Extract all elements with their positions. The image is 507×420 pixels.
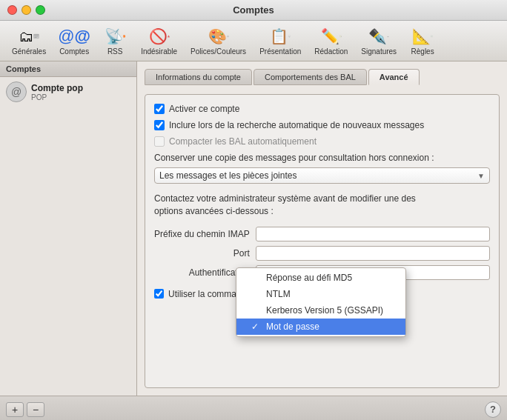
svg-rect-2 <box>35 36 39 37</box>
copy-select-value: Les messages et les pièces jointes <box>159 170 296 181</box>
window-buttons <box>7 5 45 15</box>
dropdown-item-md5[interactable]: Réponse au défi MD5 <box>236 270 405 286</box>
toolbar-item-indesirable[interactable]: !Indésirable <box>135 24 183 58</box>
toolbar-item-rss[interactable]: RSS <box>96 24 133 58</box>
dropdown-label-ntlm: NTLM <box>266 289 291 299</box>
select-arrow-icon: ▼ <box>477 172 485 180</box>
dropdown-item-kerberos[interactable]: Kerberos Version 5 (GSSAPI) <box>236 302 405 319</box>
sidebar-header: Comptes <box>0 61 136 77</box>
toolbar-item-regles[interactable]: Règles <box>404 24 441 58</box>
minimize-button[interactable] <box>21 5 31 15</box>
generales-icon <box>19 26 39 47</box>
tab-bar: Informations du compte Comportements des… <box>145 69 500 85</box>
toolbar-label-presentation: Présentation <box>259 47 301 56</box>
sidebar: Comptes @ Compte pop POP <box>0 61 137 396</box>
toolbar-item-redaction[interactable]: Rédaction <box>308 24 354 58</box>
bottom-buttons: + − <box>6 402 44 417</box>
check-motdepasse: ✓ <box>251 321 262 332</box>
signatures-icon <box>368 26 389 47</box>
tab-avance[interactable]: Avancé <box>368 69 420 85</box>
main-layout: Comptes @ Compte pop POP Informations du… <box>0 61 507 396</box>
label-prefixe: Préfixe du chemin IMAP <box>154 229 250 239</box>
svg-rect-16 <box>339 36 341 37</box>
close-button[interactable] <box>7 5 17 15</box>
toolbar-label-signatures: Signatures <box>361 47 397 56</box>
form-grid: Préfixe du chemin IMAP Port Authentifica… <box>154 227 490 280</box>
dropdown-label-kerberos: Kerberos Version 5 (GSSAPI) <box>266 305 383 316</box>
title-bar: Comptes <box>0 0 507 21</box>
account-name: Compte pop <box>31 83 83 93</box>
toolbar-label-indesirable: Indésirable <box>141 47 177 56</box>
toolbar-label-polices: Polices/Couleurs <box>190 47 246 56</box>
svg-rect-21 <box>431 36 433 37</box>
dropdown-label-motdepasse: Mot de passe <box>266 321 319 332</box>
window-title: Comptes <box>233 4 274 16</box>
maximize-button[interactable] <box>36 5 45 15</box>
tab-informations[interactable]: Informations du compte <box>145 69 252 85</box>
checkbox-compacter-label: Compacter les BAL automatiquement <box>169 136 317 147</box>
input-port[interactable] <box>256 246 490 261</box>
toolbar-item-generales[interactable]: Générales <box>6 24 52 58</box>
account-icon: @ <box>6 81 27 102</box>
checkbox-idle[interactable] <box>154 289 164 299</box>
content-area: Informations du compte Comportements des… <box>137 61 507 396</box>
bottom-bar: + − ? <box>0 396 507 420</box>
toolbar-item-presentation[interactable]: Présentation <box>254 24 307 58</box>
add-account-button[interactable]: + <box>6 402 24 417</box>
toolbar-label-generales: Générales <box>12 47 46 56</box>
help-icon: ? <box>490 404 496 415</box>
checkbox-activer[interactable] <box>154 104 165 114</box>
copy-select-row: Les messages et les pièces jointes ▼ <box>154 167 490 184</box>
toolbar-label-regles: Règles <box>411 47 434 56</box>
checkbox-inclure-row: Inclure lors de la recherche automatique… <box>154 120 490 130</box>
copy-label: Conserver une copie des messages pour co… <box>154 153 490 163</box>
toolbar-label-rss: RSS <box>107 47 123 56</box>
auth-dropdown[interactable]: Réponse au défi MD5 NTLM Kerberos Versio… <box>236 267 406 337</box>
svg-point-8 <box>227 36 229 38</box>
add-icon: + <box>12 404 18 416</box>
copy-select[interactable]: Les messages et les pièces jointes ▼ <box>154 167 490 184</box>
remove-icon: − <box>33 404 39 416</box>
rss-icon <box>105 26 125 47</box>
toolbar-label-comptes: Comptes <box>59 47 89 56</box>
input-prefixe[interactable] <box>256 227 490 241</box>
polices-icon <box>208 26 229 47</box>
help-button[interactable]: ? <box>485 401 501 418</box>
dropdown-item-motdepasse[interactable]: ✓ Mot de passe <box>236 319 405 335</box>
svg-rect-3 <box>35 37 37 38</box>
checkbox-compacter <box>154 136 165 147</box>
dropdown-item-ntlm[interactable]: NTLM <box>236 286 405 302</box>
tab-comportements[interactable]: Comportements des BAL <box>254 69 367 85</box>
label-port: Port <box>154 248 250 259</box>
account-type: POP <box>31 93 83 101</box>
checkbox-inclure-label: Inclure lors de la recherche automatique… <box>169 120 424 130</box>
checkbox-compacter-row: Compacter les BAL automatiquement <box>154 136 490 147</box>
presentation-icon <box>270 26 291 47</box>
remove-account-button[interactable]: − <box>27 402 44 417</box>
content-panel: Activer ce compte Inclure lors de la rec… <box>145 94 500 388</box>
svg-point-5 <box>124 36 125 37</box>
redaction-icon <box>321 26 342 47</box>
checkbox-activer-row: Activer ce compte <box>154 104 490 114</box>
account-info: Compte pop POP <box>31 83 83 101</box>
toolbar-label-redaction: Rédaction <box>314 47 348 56</box>
svg-rect-1 <box>34 34 39 36</box>
checkbox-activer-label: Activer ce compte <box>169 104 239 114</box>
toolbar-item-comptes[interactable]: @Comptes <box>53 24 95 58</box>
indesirable-icon: ! <box>149 26 170 47</box>
comptes-icon: @ <box>64 26 84 47</box>
toolbar: Générales@ComptesRSS!IndésirablePolices/… <box>0 21 507 61</box>
toolbar-item-signatures[interactable]: Signatures <box>355 24 402 58</box>
admin-note: Contactez votre administrateur système a… <box>154 193 490 218</box>
regles-icon <box>412 26 433 47</box>
dropdown-label-md5: Réponse au défi MD5 <box>266 273 352 283</box>
checkbox-inclure[interactable] <box>154 120 165 130</box>
sidebar-item-compte-pop[interactable]: @ Compte pop POP <box>0 77 136 107</box>
toolbar-item-polices[interactable]: Polices/Couleurs <box>185 24 252 58</box>
